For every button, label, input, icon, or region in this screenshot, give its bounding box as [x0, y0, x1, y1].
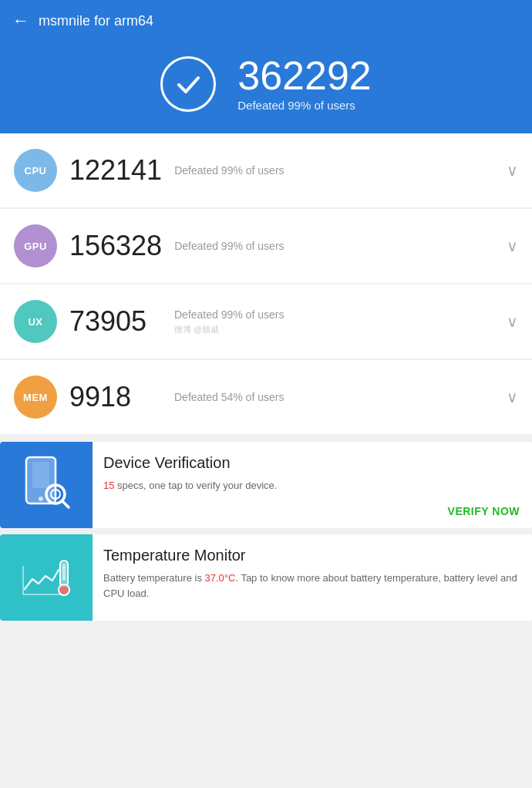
phone-search-icon	[19, 454, 74, 516]
back-button[interactable]: ←	[12, 11, 29, 31]
ux-chevron-icon: ∨	[507, 312, 518, 331]
temperature-chart-icon	[19, 547, 74, 608]
device-verification-content: Device Verification 15 specs, one tap to…	[93, 442, 532, 528]
metric-card-gpu[interactable]: GPU 156328 Defeated 99% of users ∨	[0, 209, 532, 283]
metric-card-ux[interactable]: UX 73905 Defeated 99% of users 微博 @胭威 ∨	[0, 285, 532, 359]
header-title: msmnile for arm64	[39, 13, 153, 29]
ux-badge: UX	[14, 300, 57, 343]
gpu-score: 156328	[69, 230, 162, 262]
cpu-defeated: Defeated 99% of users	[174, 164, 494, 177]
mem-chevron-icon: ∨	[507, 388, 518, 406]
mem-badge: MEM	[14, 375, 57, 419]
score-check-circle	[160, 56, 216, 112]
mem-score: 9918	[69, 381, 162, 413]
svg-point-8	[59, 584, 69, 595]
header: ← msmnile for arm64	[0, 0, 532, 42]
mem-right: Defeated 54% of users	[174, 391, 494, 403]
mem-defeated: Defeated 54% of users	[174, 391, 494, 403]
temperature-monitor-content: Temperature Monitor Battery temperature …	[93, 534, 532, 621]
gpu-badge: GPU	[14, 224, 57, 268]
svg-rect-7	[62, 564, 66, 581]
temp-desc-before: Battery temperature is	[103, 572, 205, 584]
gpu-right: Defeated 99% of users	[174, 240, 494, 252]
svg-rect-1	[32, 462, 49, 488]
cpu-badge: CPU	[14, 149, 57, 192]
ux-defeated: Defeated 99% of users	[174, 308, 494, 321]
ux-right: Defeated 99% of users 微博 @胭威	[174, 308, 494, 335]
score-banner: 362292 Defeated 99% of users	[0, 42, 532, 133]
device-verification-highlight: 15	[103, 480, 114, 491]
temperature-monitor-card[interactable]: Temperature Monitor Battery temperature …	[0, 534, 532, 621]
cpu-chevron-icon: ∨	[507, 161, 518, 180]
checkmark-icon	[173, 69, 204, 99]
cpu-score: 122141	[69, 154, 162, 187]
gpu-defeated: Defeated 99% of users	[174, 240, 494, 252]
metric-card-cpu[interactable]: CPU 122141 Defeated 99% of users ∨	[0, 133, 532, 207]
temperature-monitor-desc: Battery temperature is 37.0°C. Tap to kn…	[103, 571, 520, 601]
ux-watermark: 微博 @胭威	[174, 324, 494, 335]
device-verification-desc: 15 specs, one tap to verify your device.	[103, 478, 520, 493]
device-verification-title: Device Verification	[103, 454, 520, 472]
score-info: 362292 Defeated 99% of users	[237, 56, 372, 112]
temp-highlight: 37.0°C	[205, 572, 236, 584]
gpu-chevron-icon: ∨	[507, 237, 518, 255]
temperature-monitor-icon-bg	[0, 534, 93, 621]
svg-line-5	[62, 501, 69, 507]
score-subtitle: Defeated 99% of users	[237, 99, 372, 112]
device-verification-desc-after: specs, one tap to verify your device.	[114, 480, 277, 491]
total-score: 362292	[237, 56, 372, 96]
temperature-monitor-title: Temperature Monitor	[103, 547, 520, 564]
svg-point-2	[39, 497, 43, 501]
metric-card-mem[interactable]: MEM 9918 Defeated 54% of users ∨	[0, 360, 532, 434]
cpu-right: Defeated 99% of users	[174, 164, 494, 177]
ux-score: 73905	[69, 305, 162, 338]
feature-cards: Device Verification 15 specs, one tap to…	[0, 442, 532, 621]
device-verification-card[interactable]: Device Verification 15 specs, one tap to…	[0, 442, 532, 528]
metrics-list: CPU 122141 Defeated 99% of users ∨ GPU 1…	[0, 133, 532, 434]
device-verification-icon-bg	[0, 442, 93, 528]
verify-now-button[interactable]: VERIFY NOW	[103, 505, 520, 517]
